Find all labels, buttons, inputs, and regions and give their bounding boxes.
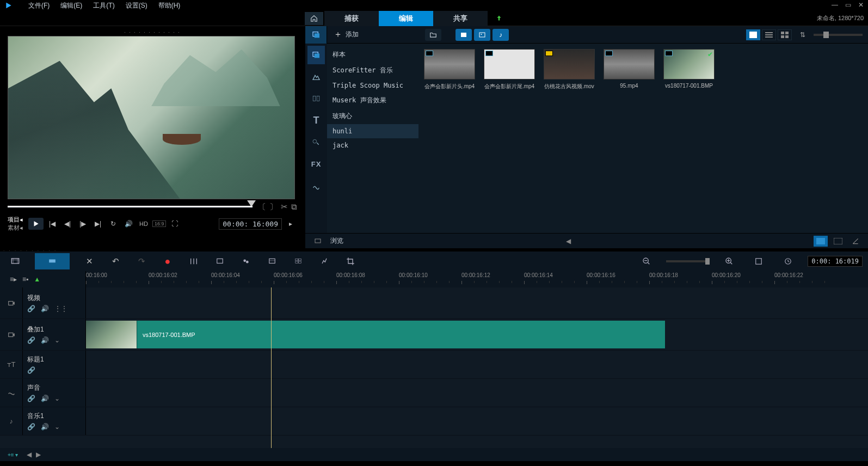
mark-in-icon[interactable]: 〔: [258, 202, 266, 212]
layout-settings-icon[interactable]: [848, 236, 863, 247]
collapse-panel-icon[interactable]: ◀: [561, 236, 575, 247]
side-transitions-icon[interactable]: [307, 89, 325, 108]
timeline-clip[interactable]: vs180717-001.BMP: [86, 321, 665, 348]
tab-edit[interactable]: 编辑: [379, 11, 433, 26]
timeline-ruler[interactable]: 00:16:0000:00:16:0200:00:16:0400:00:16:0…: [86, 271, 868, 287]
go-end-icon[interactable]: ▶|: [91, 218, 104, 230]
add-media-button[interactable]: ＋ 添加: [327, 27, 365, 42]
menu-help[interactable]: 帮助(H): [153, 1, 186, 10]
go-start-icon[interactable]: |◀: [46, 218, 59, 230]
folder-item[interactable]: jack: [327, 138, 418, 152]
view-thumbnails-icon[interactable]: [746, 29, 760, 40]
zoom-out-icon[interactable]: [637, 253, 656, 269]
chapter-icon[interactable]: [210, 253, 230, 269]
side-media-icon[interactable]: [307, 46, 325, 64]
side-title-icon[interactable]: T: [307, 111, 325, 130]
track-options-icon[interactable]: [262, 253, 282, 269]
thumbnail-size-slider[interactable]: [814, 34, 863, 36]
play-button[interactable]: [28, 218, 44, 230]
tab-capture[interactable]: 捕获: [324, 11, 379, 26]
view-list-icon[interactable]: [762, 29, 776, 40]
import-folder-icon[interactable]: [425, 29, 441, 41]
layout-toggle-1-icon[interactable]: [814, 236, 828, 247]
track-marker-icon[interactable]: ▲: [34, 275, 40, 283]
side-path-icon[interactable]: [307, 176, 325, 195]
track-body-music[interactable]: [86, 407, 868, 435]
record-icon[interactable]: ●: [158, 253, 177, 269]
filter-audio-icon[interactable]: ♪: [493, 29, 509, 41]
menu-edit[interactable]: 编辑(E): [55, 1, 88, 10]
timecode-step-icon[interactable]: ▸: [284, 218, 297, 230]
volume-icon[interactable]: 🔊: [122, 218, 135, 230]
snapshot-icon[interactable]: ⧉: [291, 202, 297, 212]
filter-photo-icon[interactable]: [474, 29, 490, 41]
multicam-icon[interactable]: [288, 253, 308, 269]
loop-icon[interactable]: ↻: [107, 218, 120, 230]
track-icon-music[interactable]: ♪: [0, 407, 23, 435]
fullscreen-icon[interactable]: ⛶: [168, 218, 181, 230]
track-icon-video[interactable]: [0, 287, 23, 318]
preview-scrubber[interactable]: [8, 206, 253, 208]
mark-out-icon[interactable]: 〕: [269, 202, 278, 212]
fit-project-icon[interactable]: [749, 253, 768, 269]
split-clip-icon[interactable]: ✂: [281, 202, 288, 212]
aspect-ratio[interactable]: 16:9: [152, 220, 167, 227]
track-mute-icon[interactable]: 🔊: [41, 305, 49, 312]
menu-settings[interactable]: 设置(S): [120, 1, 153, 10]
window-restore-icon[interactable]: ▭: [844, 1, 852, 9]
track-mute-icon[interactable]: 🔊: [41, 423, 49, 431]
folder-item[interactable]: hunli: [327, 124, 418, 138]
track-expand-icon[interactable]: ⌄: [54, 395, 60, 402]
track-icon-title[interactable]: ᴛT: [0, 351, 23, 378]
add-track-button[interactable]: +≡ ▾: [8, 452, 18, 458]
side-graphics-icon[interactable]: [307, 133, 325, 151]
prev-frame-icon[interactable]: ◀|: [61, 218, 74, 230]
folder-item[interactable]: ScoreFitter 音乐: [327, 63, 418, 78]
tab-share[interactable]: 共享: [433, 11, 488, 26]
zoom-in-icon[interactable]: [719, 253, 739, 269]
media-thumb[interactable]: 会声会影新片尾.mp4: [483, 49, 536, 90]
scroll-right-icon[interactable]: ▶: [36, 451, 41, 458]
media-thumb[interactable]: 仿桃花古风视频.mov: [543, 49, 596, 90]
menu-tools[interactable]: 工具(T): [88, 1, 120, 10]
storyboard-view-icon[interactable]: [5, 253, 25, 269]
mode-clip[interactable]: 素材◂: [8, 224, 23, 232]
home-button[interactable]: [305, 12, 323, 25]
media-library-tab-icon[interactable]: [305, 26, 327, 44]
track-more-icon[interactable]: ⋮⋮: [54, 305, 67, 312]
track-body-video[interactable]: [86, 287, 868, 318]
crop-icon[interactable]: [341, 253, 360, 269]
motion-track-icon[interactable]: [315, 253, 334, 269]
folder-item[interactable]: 样本: [327, 47, 418, 63]
menu-file[interactable]: 文件(F): [23, 1, 55, 10]
filter-video-icon[interactable]: [455, 29, 472, 41]
track-link-icon[interactable]: 🔗: [27, 336, 35, 344]
tools-icon[interactable]: ✕: [79, 253, 99, 269]
media-thumb[interactable]: 会声会影新片头.mp4: [423, 49, 476, 90]
media-thumb[interactable]: ✔ vs180717-001.BMP: [662, 49, 716, 90]
track-icon-overlay[interactable]: [0, 319, 23, 350]
hd-label[interactable]: HD: [139, 220, 148, 227]
track-link-icon[interactable]: 🔗: [27, 395, 35, 402]
track-body-title[interactable]: [86, 351, 868, 378]
track-body-voice[interactable]: [86, 379, 868, 407]
next-frame-icon[interactable]: |▶: [76, 218, 89, 230]
project-duration-icon[interactable]: [778, 253, 798, 269]
window-close-icon[interactable]: ✕: [857, 1, 865, 9]
preview-timecode[interactable]: 00:00: 16:009: [219, 218, 282, 230]
timeline-timecode[interactable]: 0:00: 16:019: [808, 256, 863, 267]
track-option-all-icon[interactable]: ≡▸: [10, 275, 17, 283]
track-mute-icon[interactable]: 🔊: [41, 395, 49, 402]
zoom-slider[interactable]: [666, 260, 710, 262]
browse-label[interactable]: 浏览: [330, 236, 343, 246]
layout-toggle-2-icon[interactable]: [831, 236, 845, 247]
upload-icon[interactable]: [491, 12, 507, 25]
preview-viewport[interactable]: [8, 36, 295, 199]
folder-item[interactable]: Muserk 声音效果: [327, 93, 418, 108]
track-link-icon[interactable]: 🔗: [27, 305, 35, 312]
track-mute-icon[interactable]: 🔊: [41, 336, 49, 344]
media-thumb[interactable]: 95.mp4: [602, 49, 656, 90]
browse-icon[interactable]: [311, 236, 325, 247]
sort-button-icon[interactable]: ⇅: [800, 31, 805, 39]
subtitle-icon[interactable]: [236, 253, 256, 269]
